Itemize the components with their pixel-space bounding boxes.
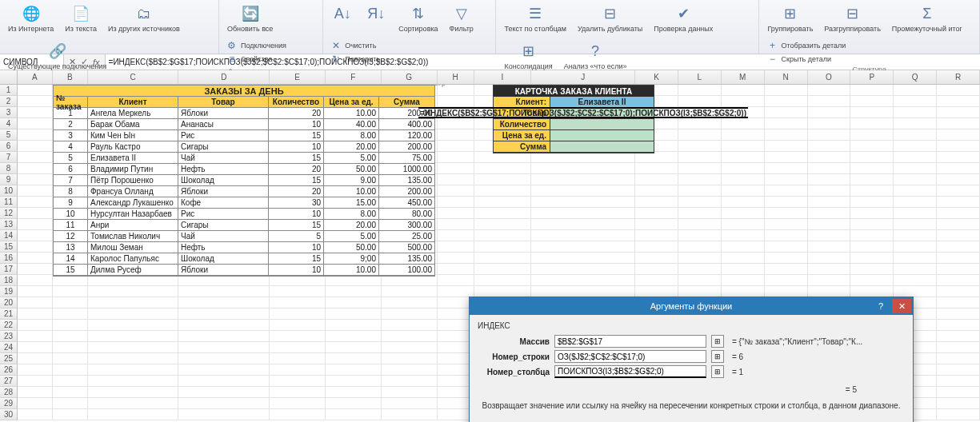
cell[interactable] [531, 152, 635, 163]
ribbon-button[interactable]: Я↓ [362, 2, 390, 34]
cell[interactable] [531, 208, 635, 219]
cell[interactable] [678, 141, 722, 152]
cell[interactable] [678, 219, 722, 230]
orders-cell[interactable]: Сигары [178, 141, 269, 153]
cell[interactable] [808, 208, 851, 219]
cell[interactable] [808, 141, 851, 152]
cell[interactable] [850, 163, 894, 174]
cell[interactable] [635, 264, 678, 275]
orders-cell[interactable]: 15.00 [324, 197, 379, 209]
cell[interactable] [894, 275, 937, 286]
cell[interactable] [765, 152, 808, 163]
cell[interactable] [808, 163, 851, 174]
cell[interactable] [178, 286, 270, 297]
cell[interactable] [937, 275, 980, 286]
cell[interactable] [53, 376, 88, 387]
cell[interactable] [765, 141, 808, 152]
orders-cell[interactable]: Елизавета II [88, 153, 178, 164]
cell[interactable] [808, 118, 851, 129]
cell[interactable] [722, 197, 765, 208]
orders-cell[interactable]: Шоколад [178, 175, 269, 186]
cell[interactable] [326, 286, 382, 297]
cell[interactable] [937, 219, 980, 230]
orders-cell[interactable]: Чай [178, 153, 269, 164]
row-header[interactable]: 16 [0, 253, 18, 264]
cell[interactable] [765, 107, 808, 118]
orders-cell[interactable]: Шоколад [178, 253, 269, 265]
cell[interactable] [722, 96, 765, 107]
cell[interactable] [438, 141, 474, 152]
row-header[interactable]: 15 [0, 241, 18, 253]
cell[interactable] [18, 331, 53, 342]
row-header[interactable]: 22 [0, 320, 18, 331]
column-header[interactable]: I [474, 70, 532, 84]
orders-cell[interactable]: Владимир Путин [88, 164, 178, 175]
column-header[interactable]: B [53, 70, 88, 84]
cell[interactable] [678, 208, 722, 219]
orders-cell[interactable]: 5.00 [324, 153, 379, 164]
cell[interactable] [765, 174, 808, 185]
cell[interactable] [850, 152, 894, 163]
orders-cell[interactable]: 10 [269, 265, 324, 276]
orders-cell[interactable]: 9 [54, 197, 88, 209]
column-header[interactable]: C [88, 70, 179, 84]
cell[interactable] [635, 253, 678, 264]
row-header[interactable]: 26 [0, 364, 18, 376]
cell[interactable] [326, 353, 382, 364]
row-header[interactable]: 14 [0, 230, 18, 241]
row-header[interactable]: 23 [0, 331, 18, 342]
close-icon[interactable]: ✕ [892, 299, 911, 313]
cell[interactable] [438, 174, 474, 185]
orders-cell[interactable]: 15 [269, 130, 324, 141]
cell[interactable] [722, 264, 765, 275]
ribbon-button[interactable]: A↓ [328, 2, 357, 34]
cell[interactable] [18, 230, 53, 241]
cell[interactable] [937, 118, 980, 129]
cell[interactable] [765, 264, 808, 275]
cell[interactable] [765, 85, 808, 96]
cell[interactable] [326, 364, 382, 376]
cell[interactable] [178, 398, 270, 409]
cell[interactable] [88, 331, 179, 342]
column-header[interactable]: J [531, 70, 635, 84]
orders-cell[interactable]: Нефть [178, 164, 269, 175]
orders-cell[interactable]: Нурсултан Назарбаев [88, 209, 178, 220]
row-header[interactable]: 11 [0, 197, 18, 208]
cell[interactable] [765, 96, 808, 107]
cell[interactable] [88, 275, 179, 286]
orders-cell[interactable]: 400.00 [379, 119, 434, 130]
cell[interactable] [937, 230, 980, 241]
cell[interactable] [474, 219, 532, 230]
cell[interactable] [937, 208, 980, 219]
cell[interactable] [474, 152, 532, 163]
row-header[interactable]: 5 [0, 129, 18, 141]
cell[interactable] [722, 286, 765, 297]
orders-cell[interactable]: 10.00 [324, 265, 379, 276]
orders-cell[interactable]: Яблоки [178, 108, 269, 119]
row-header[interactable]: 18 [0, 275, 18, 286]
cell[interactable] [18, 353, 53, 364]
orders-cell[interactable]: 5.00 [324, 231, 379, 242]
cell[interactable] [722, 241, 765, 253]
row-header[interactable]: 6 [0, 141, 18, 152]
cell[interactable] [474, 185, 532, 197]
ribbon-button[interactable]: 🌐Из Интернета [5, 2, 57, 34]
cell[interactable] [18, 129, 53, 141]
row-header[interactable]: 2 [0, 96, 18, 107]
cell[interactable] [438, 163, 474, 174]
cell[interactable] [722, 275, 765, 286]
cell[interactable] [88, 353, 179, 364]
cell[interactable] [18, 185, 53, 197]
cell[interactable] [18, 253, 53, 264]
orders-cell[interactable]: 8 [54, 186, 88, 197]
cell[interactable] [438, 185, 474, 197]
ribbon-button[interactable]: 📄Из текста [62, 2, 100, 34]
ribbon-button[interactable]: 🗂Из других источников [105, 2, 183, 34]
cell[interactable] [678, 174, 722, 185]
row-header[interactable]: 10 [0, 185, 18, 197]
row-header[interactable]: 8 [0, 163, 18, 174]
cell[interactable] [270, 398, 326, 409]
cell[interactable] [635, 219, 678, 230]
cell[interactable] [850, 185, 894, 197]
column-header[interactable]: L [678, 70, 722, 84]
